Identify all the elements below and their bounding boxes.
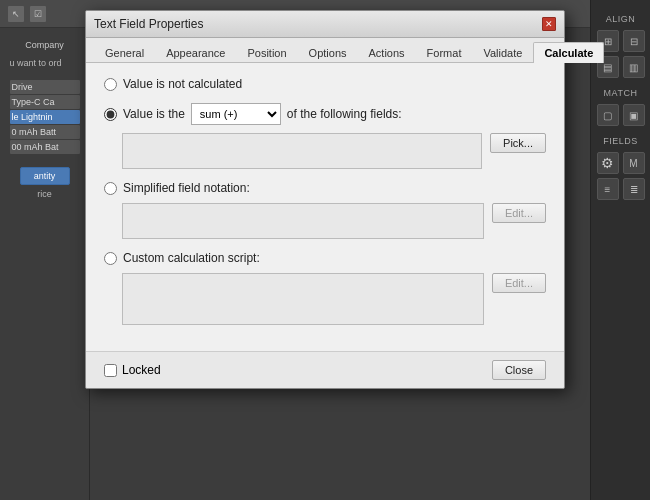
value-is-label: Value is the — [123, 107, 185, 121]
simplified-notation-section: Simplified field notation: Edit... — [104, 181, 546, 239]
value-is-section: Value is the sum (+) product (x) average… — [104, 103, 546, 169]
custom-script-area: Edit... — [122, 273, 546, 325]
dialog-overlay: Text Field Properties ✕ General Appearan… — [0, 0, 650, 500]
dialog-body: Value is not calculated Value is the sum… — [86, 63, 564, 351]
custom-script-textarea[interactable] — [122, 273, 484, 325]
custom-script-label: Custom calculation script: — [123, 251, 260, 265]
pick-button[interactable]: Pick... — [490, 133, 546, 153]
calculation-type-dropdown[interactable]: sum (+) product (x) average minimum maxi… — [191, 103, 281, 125]
value-is-fields: Pick... — [104, 133, 546, 169]
simplified-fields: Edit... — [104, 203, 546, 239]
tab-appearance[interactable]: Appearance — [155, 42, 236, 63]
simplified-area: Edit... — [122, 203, 546, 239]
pick-fields-textarea[interactable] — [122, 133, 482, 169]
not-calculated-label: Value is not calculated — [123, 77, 242, 91]
tab-general[interactable]: General — [94, 42, 155, 63]
locked-row: Locked — [104, 363, 161, 377]
simplified-notation-label: Simplified field notation: — [123, 181, 250, 195]
following-fields-label: of the following fields: — [287, 107, 402, 121]
not-calculated-section: Value is not calculated — [104, 77, 546, 91]
edit-button-2[interactable]: Edit... — [492, 273, 546, 293]
simplified-textarea[interactable] — [122, 203, 484, 239]
tabs-row: General Appearance Position Options Acti… — [86, 38, 564, 63]
dialog-footer: Locked Close — [86, 351, 564, 388]
tab-format[interactable]: Format — [416, 42, 473, 63]
tab-actions[interactable]: Actions — [358, 42, 416, 63]
value-is-radio[interactable] — [104, 108, 117, 121]
locked-label: Locked — [122, 363, 161, 377]
edit-button-1[interactable]: Edit... — [492, 203, 546, 223]
value-is-row: Value is the sum (+) product (x) average… — [104, 103, 546, 125]
not-calculated-radio[interactable] — [104, 78, 117, 91]
text-field-properties-dialog: Text Field Properties ✕ General Appearan… — [85, 10, 565, 389]
tab-validate[interactable]: Validate — [472, 42, 533, 63]
close-icon[interactable]: ✕ — [542, 17, 556, 31]
simplified-radio-row: Simplified field notation: — [104, 181, 546, 195]
tab-position[interactable]: Position — [236, 42, 297, 63]
custom-script-section: Custom calculation script: Edit... — [104, 251, 546, 325]
close-button[interactable]: Close — [492, 360, 546, 380]
dialog-titlebar: Text Field Properties ✕ — [86, 11, 564, 38]
dialog-title: Text Field Properties — [94, 17, 203, 31]
custom-script-radio-row: Custom calculation script: — [104, 251, 546, 265]
custom-script-radio[interactable] — [104, 252, 117, 265]
tab-options[interactable]: Options — [298, 42, 358, 63]
simplified-notation-radio[interactable] — [104, 182, 117, 195]
tab-calculate[interactable]: Calculate — [533, 42, 604, 63]
pick-fields-area: Pick... — [122, 133, 546, 169]
custom-script-fields: Edit... — [104, 273, 546, 325]
locked-checkbox[interactable] — [104, 364, 117, 377]
